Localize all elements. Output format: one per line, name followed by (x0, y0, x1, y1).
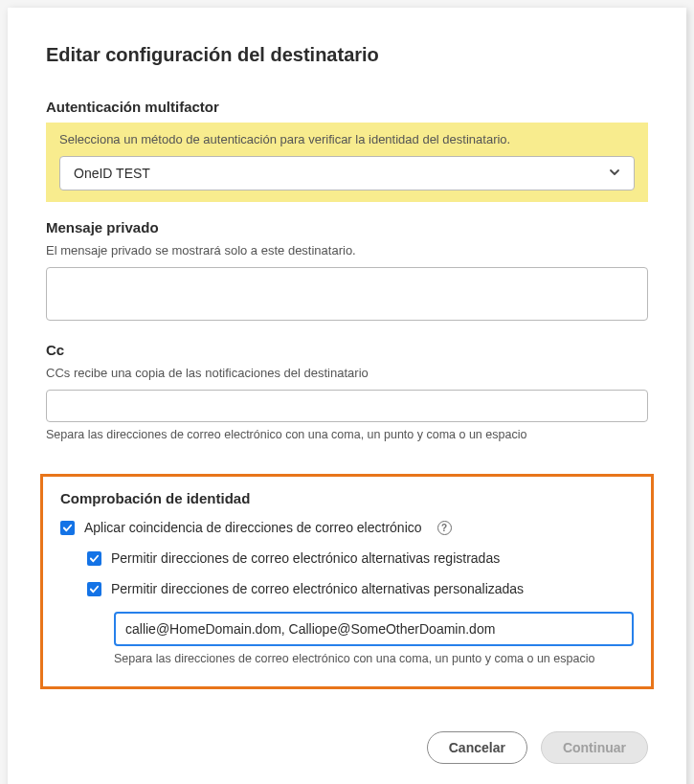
cancel-button-label: Cancelar (449, 740, 505, 755)
continue-button-label: Continuar (563, 740, 626, 755)
cc-input[interactable] (46, 390, 648, 422)
custom-emails-footnote: Separa las direcciones de correo electró… (114, 652, 634, 665)
enforce-email-match-checkbox[interactable] (60, 521, 75, 535)
mfa-method-dropdown[interactable]: OneID TEST (59, 156, 635, 190)
dialog-footer: Cancelar Continuar (46, 731, 648, 764)
checkmark-icon (89, 553, 100, 564)
cc-footnote: Separa las direcciones de correo electró… (46, 428, 648, 441)
private-message-section: Mensaje privado El mensaje privado se mo… (46, 219, 648, 325)
cc-help: CCs recibe una copia de las notificacion… (46, 366, 648, 380)
custom-emails-input[interactable] (114, 612, 634, 646)
identity-label: Comprobación de identidad (60, 490, 634, 506)
cancel-button[interactable]: Cancelar (427, 731, 527, 764)
recipient-settings-dialog: Editar configuración del destinatario Au… (8, 8, 686, 784)
checkmark-icon (89, 584, 100, 594)
mfa-selected-value: OneID TEST (74, 166, 150, 181)
allow-registered-label: Permitir direcciones de correo electróni… (111, 550, 500, 566)
private-message-label: Mensaje privado (46, 219, 648, 235)
info-icon[interactable]: ? (437, 521, 452, 535)
enforce-email-match-label: Aplicar coincidencia de direcciones de c… (84, 520, 422, 535)
continue-button[interactable]: Continuar (541, 731, 648, 764)
mfa-section: Autenticación multifactor Selecciona un … (46, 99, 648, 202)
private-message-input[interactable] (46, 267, 648, 321)
allow-custom-label: Permitir direcciones de correo electróni… (111, 581, 524, 596)
allow-custom-row: Permitir direcciones de correo electróni… (87, 581, 634, 596)
mfa-help: Selecciona un método de autenticación pa… (59, 132, 635, 146)
allow-registered-checkbox[interactable] (87, 551, 101, 566)
mfa-label: Autenticación multifactor (46, 99, 648, 115)
private-message-help: El mensaje privado se mostrará solo a es… (46, 243, 648, 258)
checkmark-icon (62, 523, 73, 533)
identity-verification-section: Comprobación de identidad Aplicar coinci… (40, 474, 654, 689)
enforce-email-match-row: Aplicar coincidencia de direcciones de c… (60, 520, 634, 535)
allow-custom-checkbox[interactable] (87, 582, 101, 596)
allow-registered-row: Permitir direcciones de correo electróni… (87, 550, 634, 566)
dialog-title: Editar configuración del destinatario (46, 44, 648, 66)
cc-section: Cc CCs recibe una copia de las notificac… (46, 342, 648, 441)
chevron-down-icon (609, 166, 620, 181)
cc-label: Cc (46, 342, 648, 358)
custom-emails-row: Separa las direcciones de correo electró… (114, 612, 634, 665)
mfa-highlight: Selecciona un método de autenticación pa… (46, 123, 648, 202)
